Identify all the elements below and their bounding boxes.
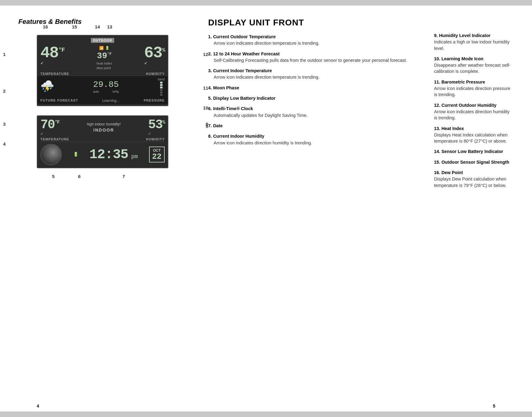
clock-block: 12:35 pm [89, 147, 138, 162]
date-box: OCT 22 [149, 147, 165, 162]
pressure-sub-row: auto inHg [93, 90, 119, 93]
indoor-label: INDOOR [93, 128, 114, 132]
page-number-left: 4 [37, 404, 39, 408]
top-gray-bar [0, 0, 532, 6]
outdoor-label: OUTDOOR [91, 38, 114, 43]
list-item: 7. Date [208, 123, 422, 129]
list-item: 13. Heat Index Displays Heat Index calcu… [434, 125, 514, 144]
list-item: 15. Outdoor Sensor Signal Strength [434, 159, 514, 165]
list-item: 3. Current Indoor Temperature Arrow icon… [208, 68, 422, 80]
learning-label: Learning... [102, 99, 120, 103]
callout-2: 2 [3, 88, 6, 94]
callout-15: 15 [72, 24, 77, 29]
humidity-section-label: HUMIDITY [146, 72, 165, 76]
callout-13: 13 [107, 24, 112, 29]
heat-dew-labels: heat index dew point [96, 61, 112, 71]
outdoor-humidity: 63% [144, 45, 165, 61]
features-list: 1. Current Outdoor Temperature Arrow ico… [208, 34, 422, 146]
list-item: 1. Current Outdoor Temperature Arrow ico… [208, 34, 422, 47]
pressure-value: 29.85 [93, 80, 119, 89]
list-item: 12. Current Outdoor Humidity Arrow icon … [434, 102, 514, 121]
signal-battery-row: 📶 🔋 [99, 46, 110, 50]
list-item: 10. Learning Mode Icon Disappears after … [434, 56, 514, 75]
trend-seg-3 [160, 87, 163, 88]
pressure-block: 29.85 auto inHg [93, 80, 119, 93]
trend-seg-6 [160, 94, 163, 96]
trend-seg-4 [160, 89, 163, 91]
list-item: 8. Current Indoor Humidity Arrow icon in… [208, 133, 422, 146]
trend-seg-2 [160, 84, 163, 86]
display-battery-icon: 🔋 [73, 152, 78, 157]
forecast-area: ⛈️ 29.85 auto inHg tr [37, 76, 168, 98]
pressure-unit-label: inHg [113, 90, 119, 93]
indoor-humidity-block: 53% ↙ [148, 118, 165, 136]
indoor-section-labels: TEMPERATURE HUMIDITY [40, 137, 165, 142]
indoor-display: 70°F ↙ high indoor humidity! INDOOR [37, 115, 168, 168]
list-item: 14. Sensor Low Battery Indicator [434, 148, 514, 155]
clock-period: pm [131, 154, 138, 160]
outdoor-display: OUTDOOR 48°F ↙ [37, 35, 168, 106]
signal-icon: 📶 [99, 46, 104, 50]
display-unit-title: DISPLAY UNIT FRONT [208, 18, 422, 28]
battery-icon: 🔋 [105, 46, 110, 50]
indoor-temp: 70°F [40, 118, 59, 131]
diagram-area: 16 15 14 13 1 2 12 11 10 OUTDOOR [18, 35, 196, 168]
outdoor-middle-block: 📶 🔋 39°F heat index dew point [96, 46, 112, 71]
outdoor-temp-block: 48°F ↙ [40, 45, 64, 65]
trend-bar [160, 82, 163, 96]
callout-12: 12 [203, 52, 208, 57]
indoor-temp-block: 70°F ↙ [40, 118, 59, 136]
indoor-humidity: 53% [148, 118, 165, 131]
indoor-temp-label: TEMPERATURE [40, 137, 69, 141]
list-item: 11. Barometric Pressure Arrow icon indic… [434, 79, 514, 98]
temperature-label: TEMPERATURE [40, 72, 69, 76]
outdoor-temp: 48°F [40, 45, 64, 61]
right-features-list: 9. Humidity Level Indicator Indicates a … [434, 32, 514, 188]
humidity-alert: high indoor humidity! [87, 122, 121, 126]
forecast-label: FUTURE FORECAST [40, 99, 78, 103]
forecast-labels-row: FUTURE FORECAST Learning... PRESSURE [37, 98, 168, 104]
indoor-middle-block: high indoor humidity! INDOOR [87, 121, 121, 132]
indoor-top-row: 70°F ↙ high indoor humidity! INDOOR [40, 118, 165, 136]
callout-11: 11 [203, 85, 208, 91]
outdoor-sub-temp: 39°F [97, 51, 112, 61]
list-item: 2. 12 to 24 Hour Weather Forecast Self-C… [208, 51, 422, 64]
callout-6-indoor: 6 [78, 174, 81, 179]
list-item: 5. Display Low Battery Indicator [208, 95, 422, 101]
callout-4: 4 [3, 141, 6, 147]
bottom-gray-bar [0, 411, 532, 417]
callout-7-indoor: 7 [122, 174, 125, 179]
callout-8: 8 [206, 121, 208, 127]
indoor-bottom-row: 🔋 12:35 pm OCT 22 [40, 142, 165, 166]
date-day: 22 [152, 153, 162, 161]
list-item: 4. Moon Phase [208, 85, 422, 91]
clock-display: 12:35 [89, 147, 128, 162]
trend-bar-block: trend [158, 78, 165, 96]
indoor-display-wrapper: 3 4 8 70°F ↙ [18, 115, 196, 168]
trend-seg-5 [160, 91, 163, 93]
indoor-humidity-label: HUMIDITY [146, 137, 165, 141]
outdoor-top-row: 48°F ↙ 📶 🔋 39° [40, 45, 165, 71]
right-column: 9. Humidity Level Indicator Indicates a … [428, 18, 514, 388]
callout-14: 14 [95, 24, 100, 29]
trend-seg-1 [160, 82, 163, 84]
weather-forecast-icon: ⛈️ [40, 80, 54, 93]
callout-16: 16 [43, 24, 48, 29]
callout-5-indoor: 5 [52, 174, 54, 179]
left-column: Features & Benefits 16 15 14 13 1 2 12 1… [18, 18, 196, 388]
callout-10: 10 [203, 105, 208, 110]
outdoor-display-wrapper: 16 15 14 13 1 2 12 11 10 OUTDOOR [18, 35, 196, 106]
pressure-label: PRESSURE [144, 99, 165, 103]
outdoor-humidity-block: 63% ↙ [144, 45, 165, 65]
list-item: 9. Humidity Level Indicator Indicates a … [434, 32, 514, 51]
moon-icon [40, 144, 62, 165]
list-item: 6. Intelli-Time® Clock Automatically upd… [208, 106, 422, 118]
list-item: 16. Dew Point Displays Dew Point calcula… [434, 169, 514, 188]
callout-3: 3 [3, 121, 6, 127]
battery-block: 🔋 [73, 152, 78, 157]
callout-1: 1 [3, 52, 6, 57]
middle-column: DISPLAY UNIT FRONT 1. Current Outdoor Te… [196, 18, 428, 388]
auto-label: auto [93, 90, 99, 93]
page-number-row: 4 5 [0, 400, 532, 411]
trend-label: trend [158, 78, 165, 81]
